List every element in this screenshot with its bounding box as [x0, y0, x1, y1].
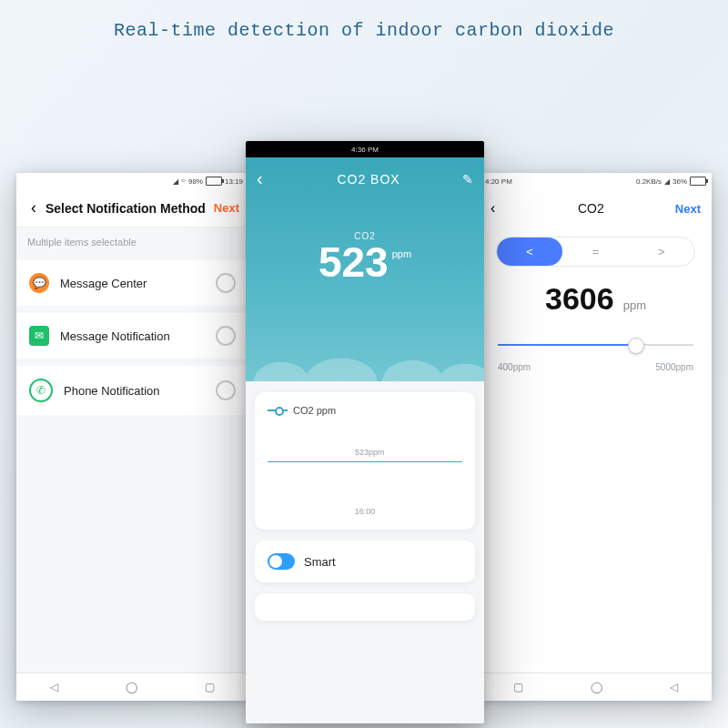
chart-x-label: 16:00 [268, 507, 462, 516]
screen-header: ‹ CO2 BOX ✎ [246, 163, 484, 195]
hero-panel: ‹ CO2 BOX ✎ CO2 523ppm [246, 157, 484, 381]
battery-icon [690, 177, 706, 186]
battery-percent: 36% [672, 177, 687, 186]
hero-value: 523 [318, 241, 389, 283]
slider-knob[interactable] [628, 338, 644, 354]
slider-max-label: 5000ppm [655, 362, 693, 372]
slider-labels: 400ppm 5000ppm [498, 362, 693, 372]
subtitle-text: Multiple items selectable [16, 228, 248, 253]
battery-percent: 98% [188, 177, 203, 186]
nav-home-icon[interactable]: ◯ [126, 681, 137, 693]
threshold-unit: ppm [623, 298, 646, 312]
screen-header: ‹ CO2 Next [480, 189, 712, 228]
battery-icon [206, 177, 222, 186]
nav-recent-icon[interactable]: ▢ [513, 681, 523, 693]
chart-value-label: 523ppm [355, 448, 385, 457]
edit-icon[interactable]: ✎ [462, 172, 473, 187]
legend-label: CO2 ppm [293, 405, 336, 416]
phone-co2-threshold: 4:20 PM 0.2KB/s 36% ‹ CO2 Next < = > 360… [480, 173, 712, 701]
status-speed: 0.2KB/s [636, 177, 662, 186]
co2-line-chart[interactable]: 523ppm 16:00 [268, 443, 462, 517]
legend-marker-icon [268, 410, 288, 411]
back-button[interactable]: ‹ [490, 200, 507, 217]
status-bar: 98% 13:19 [16, 173, 248, 189]
option-label: Message Notification [60, 329, 216, 343]
hero-reading: CO2 523ppm [246, 231, 484, 283]
phones-wrap: 98% 13:19 ‹ Select Notification Method N… [0, 50, 728, 705]
smart-toggle[interactable] [268, 553, 295, 570]
screen-title: CO2 [507, 201, 675, 216]
hero-label: CO2 [246, 231, 484, 241]
option-message-center[interactable]: 💬 Message Center [16, 260, 248, 306]
segment-equal[interactable]: = [562, 238, 628, 266]
option-phone-notification[interactable]: ✆ Phone Notification [16, 366, 248, 415]
chat-icon: 💬 [29, 273, 49, 293]
threshold-value: 3606 [545, 281, 614, 317]
segment-greater-than[interactable]: > [629, 238, 694, 266]
back-button[interactable]: ‹ [25, 198, 42, 217]
screen-header: ‹ Select Notification Method Next [16, 189, 248, 228]
slider-min-label: 400ppm [498, 362, 531, 372]
wifi-icon [181, 177, 186, 186]
signal-icon [664, 177, 670, 186]
next-button[interactable]: Next [675, 202, 701, 216]
chart-legend: CO2 ppm [268, 405, 462, 416]
chart-series-line [268, 461, 462, 462]
smart-card[interactable]: Smart [255, 541, 475, 582]
status-bar: 4:36 PM [246, 141, 484, 157]
nav-recent-icon[interactable]: ▢ [205, 681, 215, 693]
nav-home-icon[interactable]: ◯ [591, 681, 602, 693]
threshold-slider[interactable] [498, 335, 693, 362]
option-label: Message Center [60, 277, 216, 290]
phone-notification-method: 98% 13:19 ‹ Select Notification Method N… [16, 173, 248, 701]
nav-back-icon[interactable]: ◁ [50, 681, 58, 693]
screen-title: CO2 BOX [275, 172, 462, 187]
radio-unchecked-icon[interactable] [216, 273, 236, 293]
phone-icon: ✆ [29, 379, 53, 402]
radio-unchecked-icon[interactable] [216, 380, 236, 400]
next-button[interactable]: Next [214, 201, 239, 215]
chart-card: CO2 ppm 523ppm 16:00 [255, 392, 475, 530]
radio-unchecked-icon[interactable] [216, 326, 236, 346]
threshold-value-row: 3606 ppm [480, 281, 712, 317]
cloud-illustration [246, 327, 484, 381]
screen-title: Select Notification Method [42, 201, 214, 216]
status-time: 4:36 PM [351, 146, 379, 154]
segment-less-than[interactable]: < [497, 238, 562, 266]
android-navbar: ▢ ◯ ◁ [480, 672, 712, 701]
option-message-notification[interactable]: ✉ Message Notification [16, 313, 248, 359]
status-time: 4:20 PM [485, 177, 512, 186]
smart-label: Smart [304, 555, 336, 569]
comparator-segmented: < = > [496, 237, 695, 267]
status-time: 13:19 [225, 177, 243, 186]
signal-icon [173, 177, 178, 186]
android-navbar: ◁ ◯ ▢ [16, 672, 248, 701]
phone-co2-box: 4:36 PM ‹ CO2 BOX ✎ CO2 523ppm CO2 ppm 5… [246, 141, 484, 723]
mail-icon: ✉ [29, 326, 49, 346]
slider-fill [498, 344, 635, 346]
page-title: Real-time detection of indoor carbon dio… [0, 0, 728, 50]
hero-unit: ppm [392, 248, 411, 259]
extra-card-peek [255, 593, 475, 621]
back-button[interactable]: ‹ [257, 168, 275, 189]
status-bar: 4:20 PM 0.2KB/s 36% [480, 173, 712, 189]
nav-back-icon[interactable]: ◁ [670, 681, 678, 693]
option-label: Phone Notification [64, 384, 216, 398]
